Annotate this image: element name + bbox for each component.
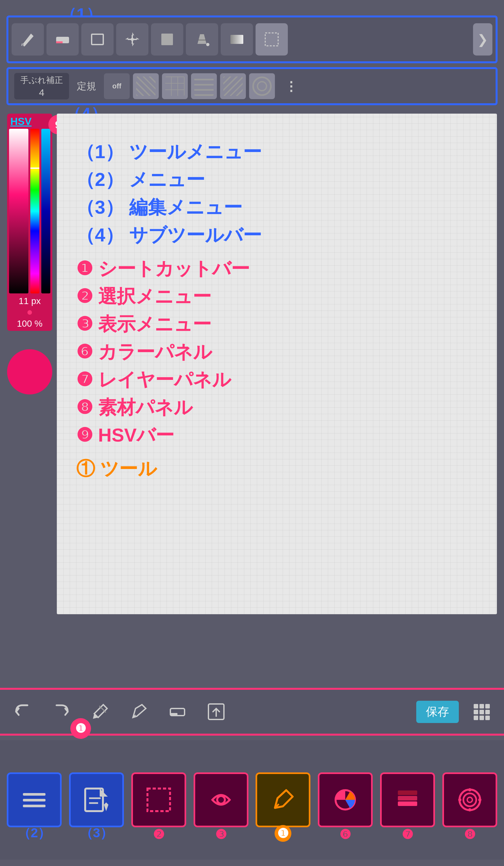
size-label: 11 px bbox=[9, 296, 51, 306]
svg-rect-40 bbox=[398, 796, 417, 800]
svg-rect-29 bbox=[23, 793, 45, 796]
square-fill-tool-btn[interactable] bbox=[151, 23, 183, 56]
svg-point-9 bbox=[131, 38, 134, 41]
svg-point-45 bbox=[468, 788, 471, 791]
canvas-line-12: ① ツール bbox=[76, 456, 491, 481]
toolbar-2: 手ぶれ補正 4 定規 off ⋮ bbox=[7, 67, 497, 105]
ruler-diagonal-btn[interactable] bbox=[133, 73, 159, 99]
pen-tool-btn[interactable]: ❶ bbox=[256, 773, 310, 827]
stabilizer-btn[interactable]: 手ぶれ補正 4 bbox=[14, 73, 69, 99]
ruler-tools: off ⋮ bbox=[104, 73, 304, 99]
layer-panel-btn[interactable]: ❼ bbox=[380, 773, 435, 827]
canvas-text: （1） ツールメニュー （2） メニュー （3） 編集メニュー （4） サブツー… bbox=[76, 140, 491, 484]
display-btn[interactable]: ❸ bbox=[194, 773, 248, 827]
canvas-line-3: （3） 編集メニュー bbox=[76, 195, 491, 220]
svg-rect-28 bbox=[485, 715, 490, 720]
svg-rect-39 bbox=[398, 801, 417, 806]
canvas-line-2: （2） メニュー bbox=[76, 167, 491, 192]
material-panel-btn[interactable]: ❽ bbox=[443, 773, 497, 827]
menu-btn[interactable]: （2） bbox=[7, 773, 61, 827]
rectangle-tool-btn[interactable] bbox=[81, 23, 114, 56]
ruler-off-btn[interactable]: off bbox=[104, 73, 130, 99]
ruler-grid-btn[interactable] bbox=[162, 73, 188, 99]
gradient-tool-btn[interactable] bbox=[221, 23, 253, 56]
svg-point-46 bbox=[468, 808, 471, 811]
svg-rect-41 bbox=[398, 790, 417, 795]
svg-rect-27 bbox=[480, 715, 484, 720]
svg-rect-25 bbox=[485, 710, 490, 714]
ruler-horizontal-btn[interactable] bbox=[191, 73, 217, 99]
material-panel-annotation: ❽ bbox=[464, 827, 475, 842]
grid-action-btn[interactable] bbox=[465, 696, 497, 728]
edit-menu-btn[interactable]: （3） bbox=[69, 773, 124, 827]
canvas-line-4: （4） サブツールバー bbox=[76, 223, 491, 248]
svg-rect-12 bbox=[231, 35, 243, 44]
layer-panel-annotation: ❼ bbox=[402, 827, 413, 842]
canvas-line-5: ❶ シートカットバー bbox=[76, 256, 491, 281]
canvas-line-10: ❽ 素材パネル bbox=[76, 395, 491, 420]
svg-rect-1 bbox=[56, 41, 63, 43]
fill-bucket-tool-btn[interactable] bbox=[186, 23, 218, 56]
canvas-line-8: ❻ カラーパネル bbox=[76, 340, 491, 365]
svg-rect-26 bbox=[474, 715, 478, 720]
toolbar-expand-btn[interactable]: ❯ bbox=[473, 23, 492, 56]
value-bar[interactable] bbox=[41, 129, 51, 293]
canvas-line-6: ❷ 選択メニュー bbox=[76, 284, 491, 309]
opacity-label: 100 % bbox=[9, 319, 51, 329]
svg-rect-31 bbox=[23, 805, 45, 807]
color-gradient[interactable] bbox=[9, 129, 51, 293]
canvas-line-11: ❾ HSVバー bbox=[76, 423, 491, 448]
svg-rect-10 bbox=[161, 34, 173, 45]
ruler-circles-btn[interactable] bbox=[249, 73, 275, 99]
bottom-icon-bar: （2） （3） ❷ ❸ ❶ bbox=[0, 740, 504, 859]
selection-annotation: ❷ bbox=[153, 827, 165, 842]
svg-point-47 bbox=[458, 798, 461, 801]
move-tool-btn[interactable] bbox=[116, 23, 148, 56]
svg-rect-17 bbox=[170, 713, 178, 715]
svg-rect-2 bbox=[92, 34, 103, 45]
undo-btn[interactable] bbox=[7, 696, 39, 728]
svg-rect-23 bbox=[474, 710, 478, 714]
svg-rect-22 bbox=[485, 704, 490, 709]
svg-rect-13 bbox=[265, 33, 278, 46]
svg-rect-24 bbox=[480, 710, 484, 714]
eraser-action-btn[interactable] bbox=[161, 696, 194, 728]
save-btn[interactable]: 保存 bbox=[416, 701, 459, 723]
color-panel-btn[interactable]: ❻ bbox=[318, 773, 373, 827]
svg-rect-30 bbox=[23, 799, 45, 801]
canvas-area[interactable]: （1） ツールメニュー （2） メニュー （3） 編集メニュー （4） サブツー… bbox=[57, 114, 497, 614]
svg-point-43 bbox=[463, 793, 476, 806]
toolbar-1: ❯ bbox=[7, 15, 497, 63]
hue-bar[interactable] bbox=[30, 129, 40, 293]
color-circle[interactable] bbox=[7, 349, 52, 395]
selection-btn[interactable]: ❷ bbox=[131, 773, 186, 827]
ruler-crosshatch-btn[interactable] bbox=[220, 73, 246, 99]
display-annotation: ❸ bbox=[215, 827, 227, 842]
svg-point-11 bbox=[206, 43, 210, 46]
svg-point-48 bbox=[478, 798, 481, 801]
color-panel-annotation: ❻ bbox=[339, 827, 351, 842]
pen-btn[interactable] bbox=[123, 696, 155, 728]
svg-rect-20 bbox=[474, 704, 478, 709]
canvas-line-1: （1） ツールメニュー bbox=[76, 140, 491, 165]
annotation-1-bottom-badge: ❶ bbox=[70, 718, 91, 739]
export-btn[interactable] bbox=[200, 696, 232, 728]
edit-annotation: （3） bbox=[80, 824, 113, 842]
hsv-label[interactable]: HSV bbox=[9, 115, 51, 127]
svg-rect-21 bbox=[480, 704, 484, 709]
canvas-line-9: ❼ レイヤーパネル bbox=[76, 367, 491, 392]
ruler-more-btn[interactable]: ⋮ bbox=[278, 73, 304, 99]
pencil-tool-btn[interactable] bbox=[12, 23, 44, 56]
eraser-tool-btn[interactable] bbox=[46, 23, 79, 56]
selection-tool-btn[interactable] bbox=[256, 23, 288, 56]
pen-annotation: ❶ bbox=[275, 825, 291, 842]
svg-rect-35 bbox=[147, 789, 170, 811]
menu-annotation: （2） bbox=[18, 824, 51, 842]
canvas-line-7: ❸ 表示メニュー bbox=[76, 312, 491, 337]
svg-point-44 bbox=[467, 797, 472, 802]
size-dot bbox=[27, 310, 32, 315]
saturation-bar[interactable] bbox=[9, 129, 29, 293]
svg-point-36 bbox=[217, 796, 225, 804]
color-panel: HSV 11 px 100 % bbox=[7, 114, 52, 331]
